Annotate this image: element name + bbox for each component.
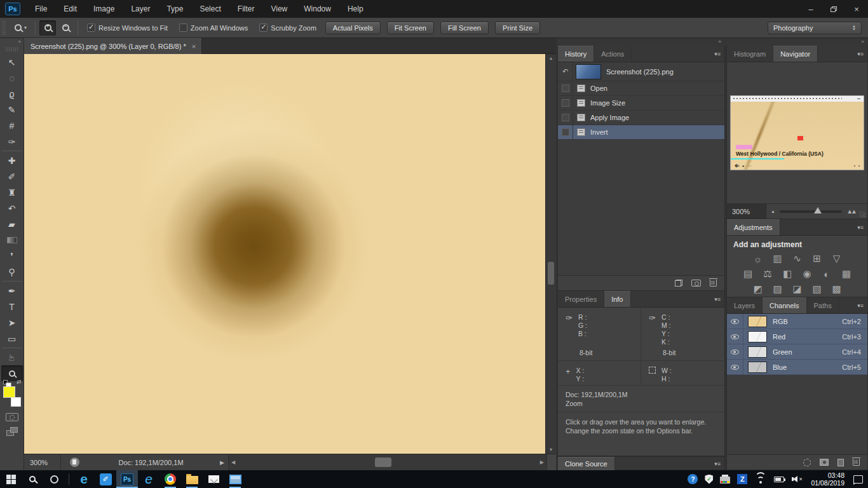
save-as-mask-icon[interactable] [820, 459, 829, 466]
channel-row-blue[interactable]: Blue Ctrl+5 [727, 360, 867, 375]
eraser-tool[interactable]: ▰ [1, 216, 23, 232]
action-center-icon[interactable] [853, 475, 863, 484]
cortana-button[interactable] [43, 470, 65, 488]
start-button[interactable] [0, 470, 22, 488]
checkbox-checked-icon[interactable] [259, 24, 268, 32]
selective-color-icon[interactable]: ▩ [829, 283, 844, 295]
horizontal-scrollbar[interactable]: ◀ ▶ [228, 454, 546, 470]
default-colors-icon[interactable] [3, 380, 8, 384]
tools-grip[interactable] [6, 47, 18, 51]
tab-close-icon[interactable]: × [192, 43, 196, 50]
tab-navigator[interactable]: Navigator [773, 46, 818, 62]
menu-help[interactable]: Help [339, 0, 372, 18]
screen-mode-button[interactable] [6, 427, 18, 436]
history-snapshot-row[interactable]: ↶ Screenshot (225).png [558, 62, 724, 81]
eyedropper-tool[interactable]: ✑ [1, 133, 23, 149]
background-color-swatch[interactable] [11, 397, 21, 407]
dock-collapse-chevron[interactable]: » [557, 38, 725, 46]
channel-row-green[interactable]: Green Ctrl+4 [727, 344, 867, 360]
history-source-checkbox[interactable] [558, 81, 573, 95]
navigator-zoom-field[interactable]: 300% [727, 204, 766, 219]
pen-tool[interactable]: ✒ [1, 283, 23, 299]
tab-histogram[interactable]: Histogram [727, 46, 773, 62]
gradient-map-icon[interactable]: ▧ [810, 283, 825, 295]
print-size-button[interactable]: Print Size [495, 22, 540, 34]
history-state-invert[interactable]: Invert [558, 125, 724, 140]
hand-tool[interactable]: ☞ [1, 349, 23, 365]
menu-edit[interactable]: Edit [55, 0, 85, 18]
help-tray-icon[interactable]: ? [688, 474, 698, 484]
blur-tool[interactable]: ❜ [1, 248, 23, 264]
menu-window[interactable]: Window [295, 0, 339, 18]
taskbar-screenshot-app[interactable] [224, 470, 246, 488]
checkbox-unchecked-icon[interactable] [179, 24, 187, 32]
color-lookup-icon[interactable]: ▦ [839, 268, 854, 280]
clone-stamp-tool[interactable]: ♜ [1, 184, 23, 200]
taskbar-file-explorer[interactable] [181, 470, 203, 488]
workspace-switcher[interactable]: Photography ▲▼ [768, 22, 862, 34]
swap-colors-icon[interactable]: ⇄ [17, 379, 22, 385]
taskbar-search-button[interactable] [22, 470, 43, 488]
history-source-checkbox[interactable] [558, 125, 573, 139]
tab-adjustments[interactable]: Adjustments [727, 219, 780, 235]
history-source-checkbox[interactable] [558, 111, 573, 125]
actual-pixels-button[interactable]: Actual Pixels [325, 22, 381, 34]
menu-type[interactable]: Type [158, 0, 191, 18]
status-preview-icon[interactable] [70, 458, 79, 467]
slider-thumb[interactable] [814, 207, 822, 214]
tab-history[interactable]: History [558, 46, 594, 62]
eyedropper-icon[interactable]: ✑ [649, 313, 656, 346]
black-white-icon[interactable]: ◧ [780, 268, 795, 280]
path-selection-tool[interactable]: ➤ [1, 315, 23, 330]
options-bar-grip[interactable] [2, 21, 6, 35]
quick-mask-button[interactable] [6, 413, 18, 421]
visibility-toggle[interactable] [727, 344, 743, 359]
history-state-image-size[interactable]: Image Size [558, 96, 724, 111]
delete-state-icon[interactable] [710, 280, 717, 287]
zoom-in-mode-button[interactable]: + [39, 20, 56, 36]
invert-icon[interactable]: ◩ [750, 283, 766, 295]
elliptical-marquee-tool[interactable]: ◌ [1, 70, 23, 86]
foreground-color-swatch[interactable] [3, 386, 15, 398]
menu-view[interactable]: View [262, 0, 295, 18]
history-source-checkbox[interactable] [558, 96, 573, 110]
color-balance-icon[interactable]: ⚖ [760, 268, 775, 280]
new-document-from-state-icon[interactable] [675, 280, 682, 287]
wifi-icon[interactable] [754, 475, 767, 484]
vibrance-icon[interactable]: ▽ [829, 252, 844, 265]
panel-menu-icon[interactable]: ▾≡ [714, 461, 721, 467]
levels-icon[interactable]: ▥ [770, 252, 785, 265]
defender-shield-icon[interactable]: ✓ [705, 475, 713, 484]
brightness-contrast-icon[interactable]: ☼ [750, 252, 766, 265]
checkbox-checked-icon[interactable] [87, 24, 95, 32]
resize-windows-to-fit-option[interactable]: Resize Windows to Fit [87, 24, 168, 32]
status-zoom-field[interactable]: 300% [24, 454, 61, 470]
history-brush-source-icon[interactable]: ↶ [558, 62, 573, 81]
status-menu-arrow-icon[interactable]: ▶ [216, 459, 228, 466]
zoom-all-windows-option[interactable]: Zoom All Windows [179, 24, 248, 32]
history-state-apply-image[interactable]: Apply Image [558, 111, 724, 125]
quick-selection-tool[interactable]: ✎ [1, 102, 23, 118]
menu-layer[interactable]: Layer [123, 0, 158, 18]
exposure-icon[interactable]: ⊞ [810, 252, 825, 265]
curves-icon[interactable]: ∿ [790, 252, 805, 265]
brush-tool[interactable]: ✐ [1, 168, 23, 184]
channel-mixer-icon[interactable]: ◐ [819, 268, 834, 280]
tab-actions[interactable]: Actions [594, 46, 632, 62]
menu-filter[interactable]: Filter [229, 0, 263, 18]
zoom-in-mountain-icon[interactable]: ▲▲ [846, 208, 855, 215]
tab-clone-source[interactable]: Clone Source [558, 457, 615, 470]
scroll-up-icon[interactable]: ▴ [546, 55, 556, 61]
hue-saturation-icon[interactable]: ▤ [740, 268, 756, 280]
visibility-toggle[interactable] [727, 329, 743, 344]
taskbar-photoshop[interactable]: Ps [116, 470, 138, 488]
new-channel-icon[interactable] [837, 459, 844, 466]
delete-channel-icon[interactable] [853, 459, 860, 466]
panel-menu-icon[interactable]: ▾≡ [857, 224, 864, 231]
scroll-down-icon[interactable]: ▾ [546, 447, 556, 452]
navigator-preview[interactable]: West Hollywood / California (USA) �i▸◦◦◦… [730, 95, 864, 170]
type-tool[interactable]: T [1, 299, 23, 315]
spot-healing-brush-tool[interactable]: ✚ [1, 152, 23, 168]
volume-muted-icon[interactable]: × [791, 475, 804, 484]
document-tab[interactable]: Screenshot (225).png @ 300% (Layer 0, RG… [24, 38, 202, 54]
